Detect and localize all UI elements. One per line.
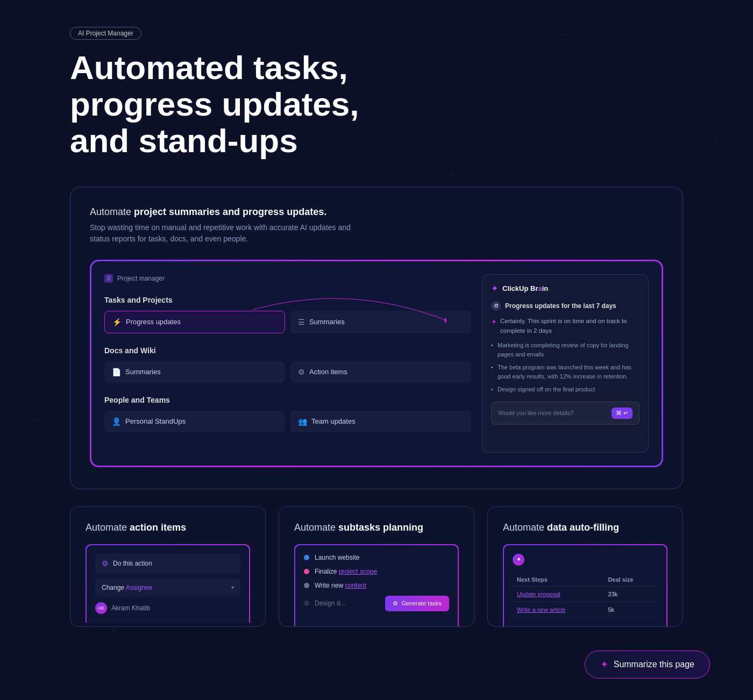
- subtask-dot-2: [304, 569, 309, 574]
- team-icon: 👥: [298, 417, 307, 426]
- standup-icon: 👤: [112, 417, 121, 426]
- dropdown-arrow-icon: ▾: [231, 584, 234, 590]
- subtasks-mockup: Launch website Finalize project scope Wr…: [294, 544, 459, 626]
- subtask-dot-4: [304, 601, 309, 606]
- col-deal-size: Deal size: [603, 573, 658, 587]
- bullet-1: Marketing is completing review of copy f…: [491, 341, 640, 359]
- action-sparkle-icon: ⚙: [102, 559, 109, 568]
- action-items-mockup: ⚙ Do this action Change Assignee ▾ AK Ak…: [86, 544, 250, 623]
- summarize-icon: ✦: [600, 659, 608, 670]
- subtask-row-2: Finalize project scope: [304, 568, 449, 575]
- row2-size: 5k: [603, 602, 658, 617]
- change-label: Change: [102, 584, 124, 591]
- left-panel: ☰ Project manager Tasks and Projects ⚡ P…: [104, 274, 471, 453]
- user-row: AK Akram Khatib: [95, 602, 240, 614]
- brain-query: ⏱ Progress updates for the last 7 days: [491, 301, 640, 311]
- people-card-team[interactable]: 👥 Team updates: [290, 411, 471, 432]
- action-dropdown[interactable]: Change Assignee ▾: [95, 578, 240, 597]
- table-row-2: Write a new article 5k: [513, 602, 658, 617]
- table-row-1: Update proposal 23k: [513, 586, 658, 602]
- docs-section-title: Docs and Wiki: [104, 346, 471, 355]
- subtask-link-3: content: [345, 582, 366, 589]
- brain-input-placeholder: Would you like more details?: [498, 410, 573, 416]
- brain-sparkle-icon: ✦: [491, 283, 498, 294]
- action-item-row: ⚙ Do this action: [95, 554, 240, 573]
- subtasks-title: Automate subtasks planning: [294, 522, 459, 533]
- doc-card-summaries[interactable]: 📄 Summaries: [104, 361, 285, 383]
- subtasks-card: Automate subtasks planning Launch websit…: [279, 506, 474, 627]
- tasks-section-title: Tasks and Projects: [104, 296, 471, 304]
- main-card-title: Automate project summaries and progress …: [90, 206, 663, 218]
- autofill-title: Automate data auto-filling: [503, 522, 667, 533]
- user-avatar: AK: [95, 602, 107, 614]
- docs-grid: 📄 Summaries ⚙ Action items: [104, 361, 471, 383]
- subtask-row-4: Design d... ⚙ Generate tasks: [304, 596, 449, 611]
- project-manager-label: ☰ Project manager: [104, 274, 471, 283]
- subtask-row-1: Launch website: [304, 554, 449, 561]
- bullet-2: The beta program was launched this week …: [491, 363, 640, 381]
- task-card-summaries[interactable]: ☰ Summaries: [290, 311, 471, 333]
- ai-badge: AI Project Manager: [70, 27, 141, 40]
- subtask-label-2: Finalize project scope: [315, 568, 377, 575]
- subtask-label-1: Launch website: [315, 554, 359, 561]
- autofill-table: Next Steps Deal size Update proposal 23k…: [513, 573, 658, 618]
- summarize-button[interactable]: ✦ Summarize this page: [585, 651, 710, 678]
- row1-size: 23k: [603, 586, 658, 602]
- subtask-label-4: Design d...: [315, 599, 345, 607]
- doc-summaries-icon: 📄: [112, 368, 121, 376]
- doc-card-action[interactable]: ⚙ Action items: [290, 361, 471, 383]
- people-card-standup[interactable]: 👤 Personal StandUps: [104, 411, 285, 432]
- autofill-mockup: ✦ Next Steps Deal size Update proposal: [503, 544, 667, 626]
- people-grid: 👤 Personal StandUps 👥 Team updates: [104, 411, 471, 432]
- bottom-grid: Automate action items ⚙ Do this action C…: [70, 506, 683, 627]
- brain-query-icon: ⏱: [491, 301, 501, 311]
- subtask-row-3: Write new content: [304, 582, 449, 589]
- people-section-title: People and Teams: [104, 396, 471, 404]
- brain-logo: ClickUp Brain: [502, 284, 548, 292]
- tasks-grid: ⚡ Progress updates ☰ Summaries: [104, 311, 471, 333]
- autofill-header: ✦: [513, 554, 658, 566]
- col-next-steps: Next Steps: [513, 573, 603, 587]
- brain-panel: ✦ ClickUp Brain ⏱ Progress updates for t…: [482, 274, 649, 453]
- brain-submit-btn[interactable]: ⌘ ↵: [612, 408, 633, 419]
- action-icon: ⚙: [298, 368, 305, 376]
- task-card-progress[interactable]: ⚡ Progress updates: [104, 311, 285, 333]
- subtask-dot-3: [304, 583, 309, 588]
- subtask-label-3: Write new content: [315, 582, 366, 589]
- brain-header: ✦ ClickUp Brain: [491, 283, 640, 294]
- main-card-subtitle: Stop wasting time on manual and repetiti…: [90, 222, 370, 245]
- brain-response-icon: ✦: [491, 317, 497, 328]
- brain-input[interactable]: Would you like more details? ⌘ ↵: [491, 402, 640, 425]
- autofill-card: Automate data auto-filling ✦ Next Steps …: [487, 506, 683, 627]
- summarize-label: Summarize this page: [614, 660, 694, 669]
- autofill-sparkle-icon: ✦: [513, 554, 524, 566]
- assignee-value: Assignee: [126, 584, 152, 591]
- generate-icon: ⚙: [393, 600, 398, 607]
- summaries-icon: ☰: [298, 318, 305, 326]
- row2-step: Write a new article: [517, 606, 565, 613]
- bullet-3: Design signed off on the final product: [491, 385, 640, 394]
- ui-mockup: ☰ Project manager Tasks and Projects ⚡ P…: [90, 260, 663, 467]
- main-feature-card: Automate project summaries and progress …: [70, 187, 683, 489]
- row1-step: Update proposal: [517, 591, 560, 597]
- action-items-card: Automate action items ⚙ Do this action C…: [70, 506, 266, 627]
- generate-tasks-btn[interactable]: ⚙ Generate tasks: [385, 596, 449, 611]
- subtask-link-2: project scope: [339, 568, 377, 575]
- pm-icon: ☰: [104, 274, 113, 283]
- hero-title: Automated tasks, progress updates, and s…: [70, 49, 403, 160]
- action-items-title: Automate action items: [86, 522, 250, 533]
- progress-icon: ⚡: [112, 318, 122, 326]
- brain-bullets: Marketing is completing review of copy f…: [491, 341, 640, 394]
- brain-response: ✦ Certainly. This sprint is on time and …: [491, 316, 640, 336]
- subtask-dot-1: [304, 555, 309, 560]
